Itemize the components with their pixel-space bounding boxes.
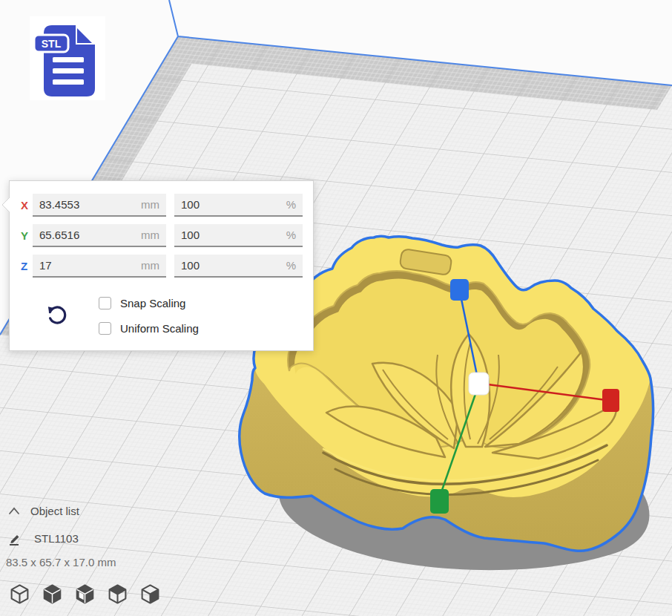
scale-z-percent-input[interactable]	[174, 255, 303, 276]
chevron-up-icon	[7, 505, 21, 516]
stl-file-icon: STL	[30, 16, 105, 100]
scale-y-mm-input[interactable]	[33, 224, 166, 246]
camera-view-toolbar	[9, 583, 161, 605]
view-3d-icon[interactable]	[9, 583, 30, 605]
reset-scale-button[interactable]	[45, 304, 67, 327]
uniform-scaling-label: Uniform Scaling	[120, 322, 199, 335]
scale-tool-panel: X mm % Y mm % Z mm	[9, 180, 314, 351]
scale-y-percent-input[interactable]	[174, 224, 303, 246]
scale-handle-center[interactable]	[469, 373, 489, 395]
view-top-icon[interactable]	[74, 583, 96, 605]
scale-z-mm-input[interactable]	[33, 255, 166, 276]
pencil-icon	[7, 531, 22, 545]
snap-scaling-label: Snap Scaling	[120, 297, 185, 309]
object-list-toggle[interactable]: Object list	[7, 502, 79, 520]
axis-y-label: Y	[21, 229, 33, 242]
panel-notch	[1, 196, 10, 214]
object-list-label: Object list	[30, 505, 79, 517]
scale-row-y: Y mm %	[21, 224, 303, 247]
scale-x-percent-input[interactable]	[174, 194, 303, 215]
uniform-scaling-checkbox[interactable]	[99, 322, 111, 335]
application-window: STL X mm % Y	[0, 0, 672, 616]
scale-handle-z[interactable]	[450, 279, 469, 301]
object-list-item[interactable]: STL1103	[7, 529, 79, 547]
scale-row-z: Z mm %	[21, 255, 303, 278]
view-right-icon[interactable]	[139, 583, 161, 605]
view-left-icon[interactable]	[107, 583, 128, 605]
axis-x-label: X	[21, 199, 33, 212]
model-dimensions-label: 83.5 x 65.7 x 17.0 mm	[6, 556, 116, 569]
uniform-scaling-option: Uniform Scaling	[99, 322, 199, 335]
object-name-label: STL1103	[34, 532, 79, 545]
scale-handle-y[interactable]	[430, 489, 449, 514]
scale-handle-x[interactable]	[602, 389, 619, 412]
snap-scaling-option: Snap Scaling	[99, 297, 199, 309]
scale-x-mm-input[interactable]	[33, 194, 166, 215]
axis-z-label: Z	[21, 260, 33, 272]
view-front-icon[interactable]	[42, 583, 63, 605]
snap-scaling-checkbox[interactable]	[99, 297, 111, 309]
stl-badge-label: STL	[42, 38, 62, 50]
scale-row-x: X mm %	[21, 194, 303, 217]
